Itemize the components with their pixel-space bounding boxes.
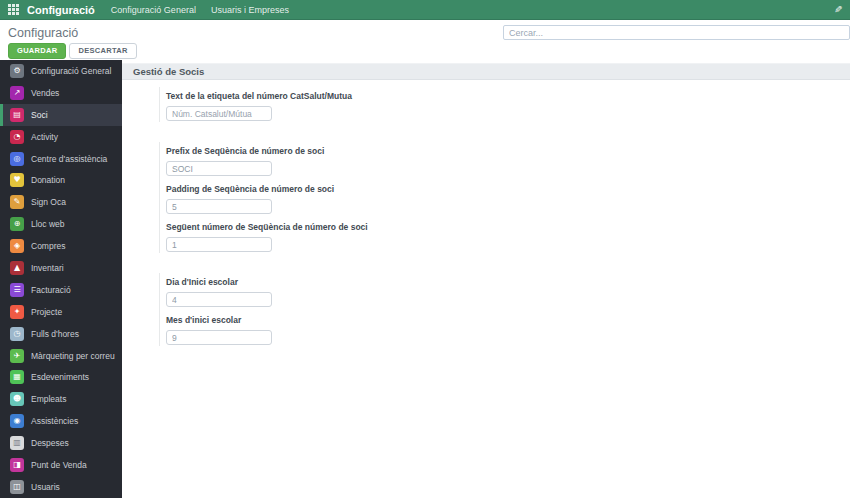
sidebar-item-label: Donation: [31, 175, 65, 185]
users-icon: ◫: [10, 480, 24, 494]
sidebar-item-label: Empleats: [31, 394, 66, 404]
search-input[interactable]: [503, 25, 850, 40]
section-header: Gestió de Socis: [122, 63, 850, 80]
top-navbar: Configuració Configuració General Usuari…: [0, 0, 850, 20]
field-label-next-number: Següent número de Seqüència de número de…: [166, 222, 850, 232]
school-start-day-input[interactable]: [166, 292, 272, 307]
sidebar-item-soci[interactable]: ▤ Soci: [0, 104, 122, 126]
school-start-month-input[interactable]: [166, 330, 272, 345]
gear-icon: ⚙: [10, 64, 24, 78]
sales-chart-icon: ↗: [10, 86, 24, 100]
field-group-school-start: Dia d'Inici escolar Mes d'inici escolar: [159, 273, 850, 346]
field-label-school-start-day: Dia d'Inici escolar: [166, 277, 850, 287]
sidebar-item-label: Vendes: [31, 88, 59, 98]
sidebar-item-label: Assistències: [31, 416, 78, 426]
sidebar-item-activity[interactable]: ◔ Activity: [0, 126, 122, 148]
purchase-icon: ◈: [10, 239, 24, 253]
sidebar-item-label: Inventari: [31, 263, 64, 273]
sidebar-item-punt-de-venda[interactable]: ◨ Punt de Venda: [0, 454, 122, 476]
sidebar-item-sign-oca[interactable]: ✎ Sign Oca: [0, 191, 122, 213]
menu-usuaris-i-empreses[interactable]: Usuaris i Empreses: [211, 5, 289, 15]
globe-icon: ⊕: [10, 217, 24, 231]
button-row: GUARDAR DESCARTAR: [8, 43, 137, 59]
edit-pencil-icon[interactable]: ✎: [834, 4, 842, 15]
timesheet-icon: ◷: [10, 327, 24, 341]
sidebar-item-compres[interactable]: ◈ Compres: [0, 235, 122, 257]
sidebar-item-projecte[interactable]: ✦ Projecte: [0, 301, 122, 323]
sidebar-item-marqueting-per-correu[interactable]: ✈ Màrqueting per correu: [0, 345, 122, 367]
sidebar-item-esdeveniments[interactable]: ▦ Esdeveniments: [0, 366, 122, 388]
invoice-icon: ☰: [10, 283, 24, 297]
sidebar-item-assistencies[interactable]: ◉ Assistències: [0, 410, 122, 432]
events-icon: ▦: [10, 370, 24, 384]
signature-icon: ✎: [10, 195, 24, 209]
sidebar-item-donation[interactable]: ♥ Donation: [0, 169, 122, 191]
app-sidebar: ⚙ Configuració General ↗ Vendes ▤ Soci ◔…: [0, 60, 122, 498]
attendance-icon: ◉: [10, 414, 24, 428]
sidebar-item-inventari[interactable]: ▲ Inventari: [0, 257, 122, 279]
sidebar-item-fulls-dhores[interactable]: ◷ Fulls d'hores: [0, 323, 122, 345]
sidebar-item-label: Màrqueting per correu: [31, 351, 115, 361]
section-title: Gestió de Socis: [133, 66, 204, 77]
sidebar-item-label: Fulls d'hores: [31, 329, 79, 339]
activity-icon: ◔: [10, 130, 24, 144]
sidebar-item-label: Facturació: [31, 285, 71, 295]
sidebar-item-configuracio-general[interactable]: ⚙ Configuració General: [0, 60, 122, 82]
apps-menu-icon[interactable]: [8, 4, 19, 15]
sidebar-item-empleats[interactable]: ☻ Empleats: [0, 388, 122, 410]
field-group-catsalut: Text de la etiqueta del número CatSalut/…: [159, 87, 850, 122]
sidebar-item-label: Lloc web: [31, 219, 65, 229]
sidebar-item-vendes[interactable]: ↗ Vendes: [0, 82, 122, 104]
discard-button[interactable]: DESCARTAR: [69, 43, 136, 59]
inventory-icon: ▲: [10, 261, 24, 275]
settings-content: Gestió de Socis Text de la etiqueta del …: [122, 60, 850, 498]
sequence-next-number-input[interactable]: [166, 237, 272, 252]
email-marketing-icon: ✈: [10, 349, 24, 363]
helpdesk-icon: ◎: [10, 152, 24, 166]
sidebar-item-lloc-web[interactable]: ⊕ Lloc web: [0, 213, 122, 235]
sidebar-item-label: Soci: [31, 110, 48, 120]
sidebar-item-despeses[interactable]: ▥ Despeses: [0, 432, 122, 454]
sidebar-item-label: Esdeveniments: [31, 372, 89, 382]
breadcrumb: Configuració: [8, 26, 78, 40]
sequence-padding-input[interactable]: [166, 199, 272, 214]
field-label-padding: Padding de Seqüència de número de soci: [166, 184, 850, 194]
sidebar-item-label: Configuració General: [31, 66, 111, 76]
sequence-prefix-input[interactable]: [166, 161, 272, 176]
sidebar-item-label: Usuaris: [31, 482, 60, 492]
save-button[interactable]: GUARDAR: [8, 43, 66, 59]
current-app-menu[interactable]: Configuració: [27, 4, 95, 16]
sidebar-item-label: Centre d'assistència: [31, 154, 107, 164]
donation-icon: ♥: [10, 173, 24, 187]
sidebar-item-facturacio[interactable]: ☰ Facturació: [0, 279, 122, 301]
field-label-school-start-month: Mes d'inici escolar: [166, 315, 850, 325]
sidebar-item-label: Activity: [31, 132, 58, 142]
sidebar-item-label: Punt de Venda: [31, 460, 87, 470]
menu-configuracio-general[interactable]: Configuració General: [111, 5, 196, 15]
project-icon: ✦: [10, 305, 24, 319]
expenses-icon: ▥: [10, 436, 24, 450]
field-group-sequence: Prefix de Seqüència de número de soci Pa…: [159, 142, 850, 253]
sidebar-item-label: Sign Oca: [31, 197, 66, 207]
sidebar-item-label: Projecte: [31, 307, 62, 317]
sidebar-item-centre-assistencia[interactable]: ◎ Centre d'assistència: [0, 148, 122, 170]
sidebar-item-label: Compres: [31, 241, 65, 251]
member-card-icon: ▤: [10, 108, 24, 122]
field-label-prefix: Prefix de Seqüència de número de soci: [166, 146, 850, 156]
pos-icon: ◨: [10, 458, 24, 472]
sidebar-item-usuaris[interactable]: ◫ Usuaris: [0, 476, 122, 498]
employees-icon: ☻: [10, 392, 24, 406]
control-panel: Configuració GUARDAR DESCARTAR: [0, 20, 850, 60]
settings-form: Text de la etiqueta del número CatSalut/…: [122, 80, 850, 346]
sidebar-item-label: Despeses: [31, 438, 69, 448]
catsalut-label-input[interactable]: [166, 106, 272, 121]
field-label-catsalut: Text de la etiqueta del número CatSalut/…: [166, 91, 850, 101]
